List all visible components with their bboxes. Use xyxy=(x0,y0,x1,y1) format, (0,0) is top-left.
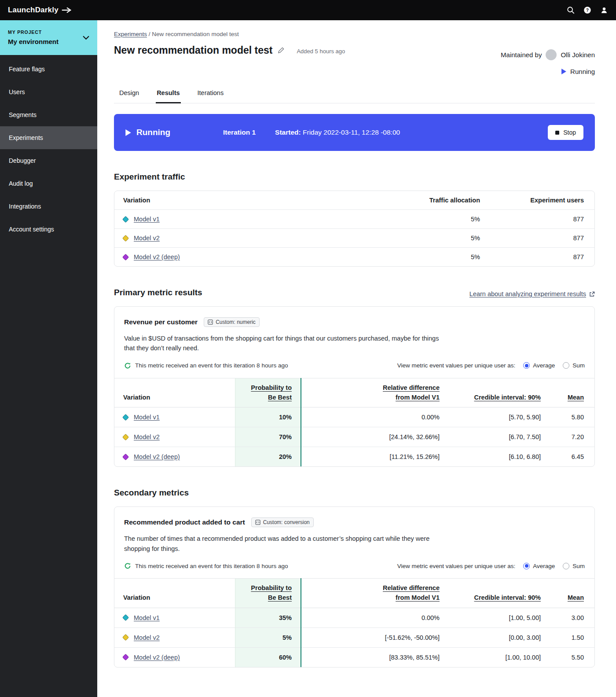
variation-link[interactable]: Model v2 (deep) xyxy=(134,453,180,460)
radio-average[interactable]: Average xyxy=(523,362,555,369)
probability-value: 35% xyxy=(235,608,301,627)
variation-diamond-icon xyxy=(122,253,129,260)
status-badge: Running xyxy=(561,68,595,75)
secondary-metric-card: Recommended product added to cart Custom… xyxy=(114,506,595,667)
table-header-row: Variation Probability to Be Best Relativ… xyxy=(114,378,594,407)
tab-bar: Design Results Iterations xyxy=(114,89,595,103)
variation-diamond-icon xyxy=(122,434,129,441)
environment-labels: MY PROJECT My environment xyxy=(8,29,59,45)
avatar xyxy=(546,49,557,60)
metric-head: Recommended product added to cart Custom… xyxy=(124,517,585,527)
relative-difference-value: [-51.62%, -50.00%] xyxy=(301,627,448,647)
primary-metrics-heading: Primary metric results xyxy=(114,288,202,297)
radio-average[interactable]: Average xyxy=(523,563,555,569)
launchdarkly-logo[interactable]: LaunchDarkly xyxy=(8,6,73,15)
play-icon xyxy=(561,69,566,74)
metric-meta-row: This metric received an event for this i… xyxy=(124,562,585,569)
view-as-label: View metric event values per unique user… xyxy=(397,362,515,369)
variation-link[interactable]: Model v1 xyxy=(134,414,160,421)
event-note-text: This metric received an event for this i… xyxy=(135,563,288,569)
project-label: MY PROJECT xyxy=(8,29,59,35)
variation-link[interactable]: Model v1 xyxy=(134,216,160,223)
radio-sum[interactable]: Sum xyxy=(563,563,585,569)
sidebar-item-audit-log[interactable]: Audit log xyxy=(0,172,97,195)
radio-dot xyxy=(563,362,569,369)
breadcrumb-current: New recommendation model test xyxy=(152,31,238,37)
banner-status: Running xyxy=(125,128,170,137)
sidebar-item-segments[interactable]: Segments xyxy=(0,103,97,126)
col-probability-best: Probability to Be Best xyxy=(235,579,301,608)
variation-link[interactable]: Model v1 xyxy=(134,614,160,621)
tab-results[interactable]: Results xyxy=(156,89,180,103)
col-probability-best: Probability to Be Best xyxy=(235,378,301,407)
variation-link[interactable]: Model v2 xyxy=(134,235,160,242)
col-experiment-users: Experiment users xyxy=(489,191,594,210)
table-row: Model v1 5% 877 xyxy=(114,210,594,229)
credible-interval-value: [6.70, 7.50] xyxy=(448,427,550,447)
relative-difference-value: [24.14%, 32.66%] xyxy=(301,427,448,447)
probability-value: 70% xyxy=(235,427,301,447)
variation-link[interactable]: Model v2 xyxy=(134,433,160,440)
sidebar-item-users[interactable]: Users xyxy=(0,81,97,103)
sidebar-item-integrations[interactable]: Integrations xyxy=(0,195,97,218)
table-row: Model v1 35% 0.00% [1.00, 5.00] 3.00 xyxy=(114,608,594,627)
credible-interval-value: [1.00, 5.00] xyxy=(448,608,550,627)
tab-iterations[interactable]: Iterations xyxy=(197,89,225,103)
tab-design[interactable]: Design xyxy=(118,89,140,103)
metric-description: The number of times that a recommended p… xyxy=(124,534,445,554)
experiment-users-value: 877 xyxy=(489,210,594,229)
secondary-metrics-heading: Secondary metrics xyxy=(114,488,595,498)
radio-dot xyxy=(523,563,530,569)
variation-link[interactable]: Model v2 (deep) xyxy=(134,253,180,260)
traffic-allocation-value: 5% xyxy=(357,210,489,229)
help-icon[interactable]: ? xyxy=(583,6,591,14)
variation-link[interactable]: Model v2 (deep) xyxy=(134,654,180,661)
breadcrumb-experiments-link[interactable]: Experiments xyxy=(114,31,147,37)
main-content: Experiments / New recommendation model t… xyxy=(97,20,616,697)
metric-kind-badge: Custom: conversion xyxy=(251,517,314,527)
mean-value: 3.00 xyxy=(550,608,594,627)
table-row: Model v2 (deep) 5% 877 xyxy=(114,248,594,267)
learn-link-text: Learn about analyzing experiment results xyxy=(469,290,586,297)
logo-text: LaunchDarkly xyxy=(8,6,59,15)
edit-pencil-icon[interactable] xyxy=(278,47,284,54)
mean-value: 5.80 xyxy=(550,407,594,427)
variation-diamond-icon xyxy=(122,654,129,661)
traffic-table: Variation Traffic allocation Experiment … xyxy=(114,191,594,266)
col-traffic-allocation: Traffic allocation xyxy=(357,191,489,210)
table-header-row: Variation Traffic allocation Experiment … xyxy=(114,191,594,210)
metric-name: Revenue per customer xyxy=(124,318,198,326)
environment-switcher[interactable]: MY PROJECT My environment xyxy=(0,20,97,55)
radio-dot xyxy=(563,563,569,569)
topbar: LaunchDarkly ? xyxy=(0,0,616,20)
sidebar-item-account-settings[interactable]: Account settings xyxy=(0,218,97,241)
user-icon[interactable] xyxy=(600,6,608,14)
variation-diamond-icon xyxy=(122,634,129,641)
table-row: Model v1 10% 0.00% [5.70, 5.90] 5.80 xyxy=(114,407,594,427)
traffic-card: Variation Traffic allocation Experiment … xyxy=(114,191,595,267)
search-icon[interactable] xyxy=(567,6,575,14)
sidebar-item-feature-flags[interactable]: Feature flags xyxy=(0,58,97,81)
mean-value: 1.50 xyxy=(550,627,594,647)
credible-interval-value: [1.00, 10.00] xyxy=(448,647,550,667)
variation-diamond-icon xyxy=(122,454,129,461)
event-note-text: This metric received an event for this i… xyxy=(135,362,288,369)
table-row: Model v2 5% 877 xyxy=(114,229,594,248)
radio-dot xyxy=(523,362,530,369)
sidebar-item-experiments[interactable]: Experiments xyxy=(0,126,97,149)
sidebar-item-debugger[interactable]: Debugger xyxy=(0,149,97,172)
started-label: Started: xyxy=(275,128,301,136)
table-row: Model v2 (deep) 20% [11.21%, 15.26%] [6.… xyxy=(114,447,594,467)
radio-sum-label: Sum xyxy=(572,563,585,569)
svg-text:?: ? xyxy=(586,8,589,13)
stop-button[interactable]: Stop xyxy=(548,125,583,140)
breadcrumb: Experiments / New recommendation model t… xyxy=(114,31,345,37)
variation-link[interactable]: Model v2 xyxy=(134,634,160,641)
learn-link[interactable]: Learn about analyzing experiment results xyxy=(469,290,595,297)
credible-interval-value: [6.10, 6.80] xyxy=(448,447,550,467)
page-header-right: Maintained by Olli Jokinen Running xyxy=(501,49,595,75)
variation-diamond-icon xyxy=(122,216,129,223)
traffic-allocation-value: 5% xyxy=(357,248,489,267)
metric-kind-label: Custom: numeric xyxy=(216,319,256,325)
radio-sum[interactable]: Sum xyxy=(563,362,585,369)
